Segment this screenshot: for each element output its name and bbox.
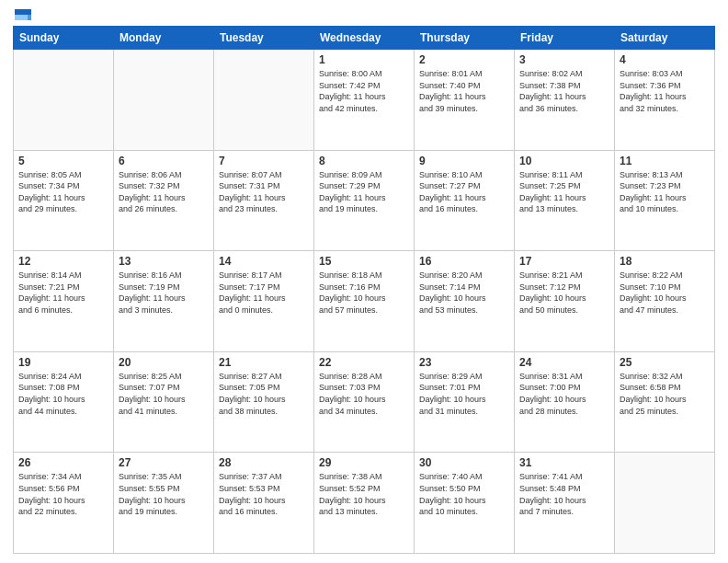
calendar-cell: [114, 50, 214, 151]
calendar-cell: 5Sunrise: 8:05 AM Sunset: 7:34 PM Daylig…: [14, 150, 114, 251]
calendar-cell: 20Sunrise: 8:25 AM Sunset: 7:07 PM Dayli…: [114, 351, 214, 453]
day-info: Sunrise: 8:22 AM Sunset: 7:10 PM Dayligh…: [620, 270, 710, 316]
day-info: Sunrise: 7:41 AM Sunset: 5:48 PM Dayligh…: [519, 471, 609, 517]
calendar-cell: 1Sunrise: 8:00 AM Sunset: 7:42 PM Daylig…: [314, 50, 415, 151]
calendar-header-tuesday: Tuesday: [214, 27, 314, 50]
day-number: 16: [419, 255, 509, 268]
calendar-cell: 11Sunrise: 8:13 AM Sunset: 7:23 PM Dayli…: [615, 150, 715, 251]
calendar-cell: 12Sunrise: 8:14 AM Sunset: 7:21 PM Dayli…: [14, 251, 114, 352]
day-number: 12: [18, 255, 108, 268]
day-number: 15: [319, 255, 409, 268]
day-number: 25: [620, 356, 710, 369]
calendar-cell: 14Sunrise: 8:17 AM Sunset: 7:17 PM Dayli…: [214, 251, 314, 352]
calendar-table: SundayMondayTuesdayWednesdayThursdayFrid…: [13, 26, 715, 554]
day-info: Sunrise: 8:07 AM Sunset: 7:31 PM Dayligh…: [219, 169, 309, 215]
svg-marker-2: [28, 9, 31, 20]
calendar-cell: 6Sunrise: 8:06 AM Sunset: 7:32 PM Daylig…: [114, 150, 214, 251]
day-number: 17: [519, 255, 609, 268]
day-info: Sunrise: 8:18 AM Sunset: 7:16 PM Dayligh…: [319, 270, 409, 316]
calendar-header-monday: Monday: [114, 27, 214, 50]
day-number: 21: [219, 356, 309, 369]
calendar-cell: 27Sunrise: 7:35 AM Sunset: 5:55 PM Dayli…: [114, 453, 214, 554]
day-number: 14: [219, 255, 309, 268]
day-info: Sunrise: 8:24 AM Sunset: 7:08 PM Dayligh…: [18, 371, 108, 417]
day-number: 27: [119, 456, 209, 469]
calendar-header-row: SundayMondayTuesdayWednesdayThursdayFrid…: [14, 27, 715, 50]
day-info: Sunrise: 8:17 AM Sunset: 7:17 PM Dayligh…: [219, 270, 309, 316]
calendar-cell: [14, 50, 114, 151]
day-number: 10: [519, 155, 609, 167]
day-number: 6: [119, 155, 209, 167]
calendar-header-wednesday: Wednesday: [314, 27, 415, 50]
day-number: 26: [18, 456, 108, 469]
day-info: Sunrise: 8:00 AM Sunset: 7:42 PM Dayligh…: [319, 68, 409, 114]
day-number: 18: [620, 255, 710, 268]
calendar-cell: 9Sunrise: 8:10 AM Sunset: 7:27 PM Daylig…: [415, 150, 515, 251]
day-number: 20: [119, 356, 209, 369]
calendar-cell: 31Sunrise: 7:41 AM Sunset: 5:48 PM Dayli…: [515, 453, 615, 554]
day-number: 28: [219, 456, 309, 469]
day-number: 2: [419, 53, 509, 66]
calendar-cell: 10Sunrise: 8:11 AM Sunset: 7:25 PM Dayli…: [515, 150, 615, 251]
calendar-cell: 21Sunrise: 8:27 AM Sunset: 7:05 PM Dayli…: [214, 351, 314, 453]
calendar-week-1: 1Sunrise: 8:00 AM Sunset: 7:42 PM Daylig…: [14, 50, 715, 151]
calendar-cell: 30Sunrise: 7:40 AM Sunset: 5:50 PM Dayli…: [415, 453, 515, 554]
logo-flag-icon: [15, 9, 31, 20]
day-number: 8: [319, 155, 409, 167]
day-number: 3: [519, 53, 609, 66]
calendar-cell: 24Sunrise: 8:31 AM Sunset: 7:00 PM Dayli…: [515, 351, 615, 453]
page: SundayMondayTuesdayWednesdayThursdayFrid…: [0, 0, 728, 563]
calendar-cell: 16Sunrise: 8:20 AM Sunset: 7:14 PM Dayli…: [415, 251, 515, 352]
calendar-week-4: 19Sunrise: 8:24 AM Sunset: 7:08 PM Dayli…: [14, 351, 715, 453]
calendar-week-3: 12Sunrise: 8:14 AM Sunset: 7:21 PM Dayli…: [14, 251, 715, 352]
calendar-cell: 4Sunrise: 8:03 AM Sunset: 7:36 PM Daylig…: [615, 50, 715, 151]
day-number: 22: [319, 356, 409, 369]
day-number: 19: [18, 356, 108, 369]
day-info: Sunrise: 8:20 AM Sunset: 7:14 PM Dayligh…: [419, 270, 509, 316]
day-number: 23: [419, 356, 509, 369]
day-number: 30: [419, 456, 509, 469]
calendar-header-friday: Friday: [515, 27, 615, 50]
calendar-week-5: 26Sunrise: 7:34 AM Sunset: 5:56 PM Dayli…: [14, 453, 715, 554]
calendar-cell: 8Sunrise: 8:09 AM Sunset: 7:29 PM Daylig…: [314, 150, 415, 251]
day-info: Sunrise: 8:02 AM Sunset: 7:38 PM Dayligh…: [519, 68, 609, 114]
calendar-header-thursday: Thursday: [415, 27, 515, 50]
day-number: 7: [219, 155, 309, 167]
calendar-header-saturday: Saturday: [615, 27, 715, 50]
day-info: Sunrise: 7:40 AM Sunset: 5:50 PM Dayligh…: [419, 471, 509, 517]
day-info: Sunrise: 8:28 AM Sunset: 7:03 PM Dayligh…: [319, 371, 409, 417]
day-info: Sunrise: 8:09 AM Sunset: 7:29 PM Dayligh…: [319, 169, 409, 215]
calendar-cell: 25Sunrise: 8:32 AM Sunset: 6:58 PM Dayli…: [615, 351, 715, 453]
calendar-week-2: 5Sunrise: 8:05 AM Sunset: 7:34 PM Daylig…: [14, 150, 715, 251]
day-number: 29: [319, 456, 409, 469]
day-info: Sunrise: 8:29 AM Sunset: 7:01 PM Dayligh…: [419, 371, 509, 417]
day-number: 5: [18, 155, 108, 167]
day-info: Sunrise: 8:27 AM Sunset: 7:05 PM Dayligh…: [219, 371, 309, 417]
day-info: Sunrise: 8:21 AM Sunset: 7:12 PM Dayligh…: [519, 270, 609, 316]
day-number: 9: [419, 155, 509, 167]
header: [13, 9, 715, 20]
calendar-cell: 15Sunrise: 8:18 AM Sunset: 7:16 PM Dayli…: [314, 251, 415, 352]
day-number: 24: [519, 356, 609, 369]
day-number: 1: [319, 53, 409, 66]
calendar-cell: 2Sunrise: 8:01 AM Sunset: 7:40 PM Daylig…: [415, 50, 515, 151]
calendar-cell: [615, 453, 715, 554]
calendar-cell: 3Sunrise: 8:02 AM Sunset: 7:38 PM Daylig…: [515, 50, 615, 151]
day-info: Sunrise: 8:06 AM Sunset: 7:32 PM Dayligh…: [119, 169, 209, 215]
calendar-cell: 7Sunrise: 8:07 AM Sunset: 7:31 PM Daylig…: [214, 150, 314, 251]
calendar-cell: 26Sunrise: 7:34 AM Sunset: 5:56 PM Dayli…: [14, 453, 114, 554]
day-info: Sunrise: 7:34 AM Sunset: 5:56 PM Dayligh…: [18, 471, 108, 517]
day-info: Sunrise: 8:14 AM Sunset: 7:21 PM Dayligh…: [18, 270, 108, 316]
day-number: 4: [620, 53, 710, 66]
day-info: Sunrise: 8:16 AM Sunset: 7:19 PM Dayligh…: [119, 270, 209, 316]
day-info: Sunrise: 8:13 AM Sunset: 7:23 PM Dayligh…: [620, 169, 710, 215]
day-info: Sunrise: 8:01 AM Sunset: 7:40 PM Dayligh…: [419, 68, 509, 114]
day-info: Sunrise: 8:05 AM Sunset: 7:34 PM Dayligh…: [18, 169, 108, 215]
day-info: Sunrise: 8:10 AM Sunset: 7:27 PM Dayligh…: [419, 169, 509, 215]
calendar-cell: [214, 50, 314, 151]
calendar-cell: 19Sunrise: 8:24 AM Sunset: 7:08 PM Dayli…: [14, 351, 114, 453]
calendar-cell: 29Sunrise: 7:38 AM Sunset: 5:52 PM Dayli…: [314, 453, 415, 554]
day-number: 13: [119, 255, 209, 268]
calendar-cell: 17Sunrise: 8:21 AM Sunset: 7:12 PM Dayli…: [515, 251, 615, 352]
calendar-header-sunday: Sunday: [14, 27, 114, 50]
